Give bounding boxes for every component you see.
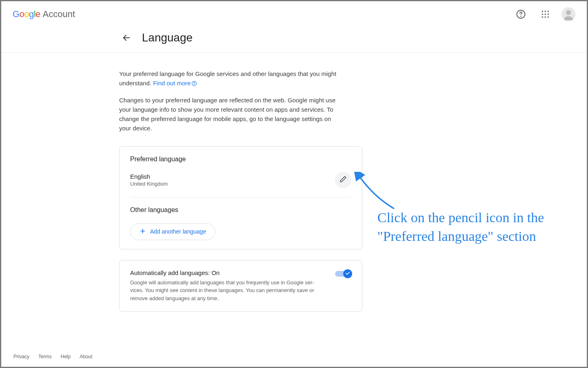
svg-point-10 xyxy=(547,16,549,18)
svg-point-9 xyxy=(544,16,546,18)
language-region: United Kingdom xyxy=(130,181,168,187)
google-logo: Google xyxy=(13,9,40,19)
preferred-language-title: Preferred language xyxy=(130,156,351,163)
footer-about[interactable]: About xyxy=(80,354,92,359)
desc1-text: Your preferred language for Google servi… xyxy=(119,70,336,87)
auto-add-title: Automatically add languages: On xyxy=(130,269,323,276)
language-info: English United Kingdom xyxy=(130,173,168,187)
back-arrow-icon[interactable] xyxy=(119,30,134,45)
auto-add-card: Automatically add languages: On Google w… xyxy=(119,260,362,312)
other-languages-section: Other languages Add another language xyxy=(120,197,362,249)
footer-terms[interactable]: Terms xyxy=(38,354,52,359)
svg-point-5 xyxy=(542,13,543,15)
annotation-text: Click on the pencil icon in the "Preferr… xyxy=(377,208,548,246)
plus-icon xyxy=(139,228,146,236)
language-name: English xyxy=(130,173,168,180)
preferred-language-row: English United Kingdom xyxy=(130,172,351,188)
find-out-more-link[interactable]: Find out more xyxy=(153,80,197,87)
svg-point-2 xyxy=(542,11,543,12)
check-icon xyxy=(345,270,350,277)
svg-point-15 xyxy=(194,84,195,85)
preferred-language-section: Preferred language English United Kingdo… xyxy=(120,147,362,197)
footer-privacy[interactable]: Privacy xyxy=(13,354,29,359)
svg-point-1 xyxy=(520,16,521,16)
description-2: Changes to your preferred language are r… xyxy=(119,95,339,133)
footer: Privacy Terms Help About xyxy=(13,354,92,359)
account-label: Account xyxy=(43,9,75,19)
language-card: Preferred language English United Kingdo… xyxy=(119,146,362,249)
other-languages-title: Other languages xyxy=(130,206,351,214)
add-language-label: Add another language xyxy=(150,228,206,235)
main-content: Your preferred language for Google servi… xyxy=(1,53,363,312)
svg-point-7 xyxy=(547,13,549,15)
header-left: Google Account xyxy=(13,9,75,19)
pencil-icon xyxy=(340,175,347,184)
auto-add-description: Google will automatically add languages … xyxy=(130,279,323,303)
help-icon[interactable] xyxy=(513,6,529,22)
footer-help[interactable]: Help xyxy=(61,354,71,359)
edit-language-button[interactable] xyxy=(335,172,351,188)
svg-point-8 xyxy=(542,16,543,18)
svg-point-3 xyxy=(544,11,546,12)
header: Google Account xyxy=(1,1,587,27)
auto-add-text: Automatically add languages: On Google w… xyxy=(130,269,323,303)
avatar[interactable] xyxy=(562,7,575,21)
svg-point-4 xyxy=(547,11,549,12)
title-row: Language xyxy=(1,27,587,52)
auto-add-toggle[interactable] xyxy=(335,269,351,278)
description-1: Your preferred language for Google servi… xyxy=(119,69,339,88)
apps-grid-icon[interactable] xyxy=(537,6,553,22)
header-right xyxy=(513,6,575,22)
toggle-thumb xyxy=(343,269,352,278)
add-language-button[interactable]: Add another language xyxy=(130,223,216,240)
info-icon xyxy=(192,81,197,87)
page-title: Language xyxy=(142,31,193,44)
svg-point-12 xyxy=(566,10,571,15)
svg-point-6 xyxy=(544,13,546,15)
